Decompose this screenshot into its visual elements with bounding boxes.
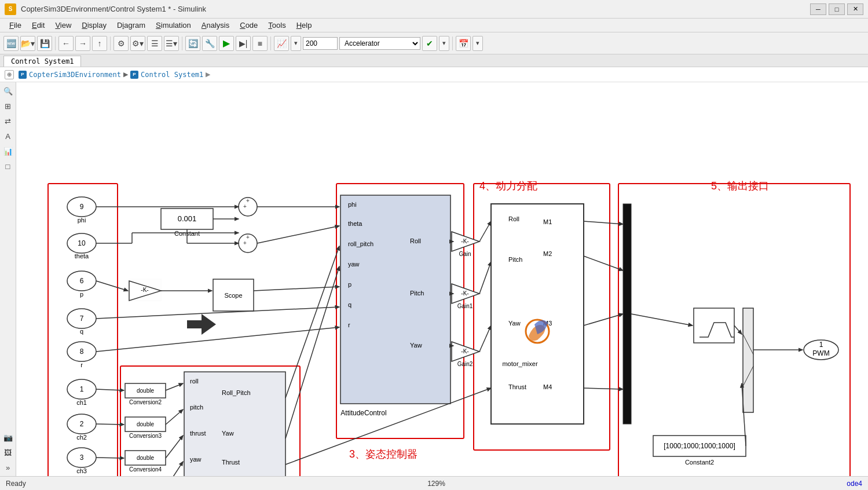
svg-text:-K-: -K-: [461, 348, 468, 354]
save-button[interactable]: 💾: [37, 36, 52, 51]
sim-mode-select[interactable]: Accelerator Normal Rapid Accelerator: [339, 37, 420, 50]
expand-btn[interactable]: »: [2, 461, 14, 474]
svg-text:3、姿态控制器: 3、姿态控制器: [349, 448, 417, 460]
menu-view[interactable]: View: [50, 20, 76, 31]
svg-line-157: [734, 326, 742, 334]
signal-btn[interactable]: 📈: [274, 36, 289, 51]
tab-control-system1[interactable]: Control System1: [3, 56, 81, 67]
debug-btn[interactable]: 🔧: [202, 36, 217, 51]
svg-line-167: [166, 436, 183, 458]
menu-tools[interactable]: Tools: [263, 20, 290, 31]
svg-rect-91: [491, 204, 584, 424]
calendar-dropdown[interactable]: ▾: [473, 36, 483, 51]
svg-text:M2: M2: [543, 250, 552, 257]
camera-btn[interactable]: 📷: [2, 431, 14, 444]
rect-btn[interactable]: □: [2, 160, 14, 173]
statusbar: Ready 129% ode4: [0, 476, 868, 490]
svg-text:-K-: -K-: [141, 287, 148, 293]
svg-line-156: [631, 314, 693, 326]
svg-text:+: +: [246, 234, 250, 240]
menu-diagram[interactable]: Diagram: [112, 20, 150, 31]
stop-btn[interactable]: ■: [252, 36, 268, 51]
svg-text:Conversion4: Conversion4: [129, 466, 162, 473]
annotation-btn[interactable]: A: [2, 130, 14, 142]
signal-dropdown[interactable]: ▾: [291, 36, 301, 51]
svg-line-150: [479, 326, 491, 352]
svg-text:6: 6: [80, 277, 84, 285]
svg-text:7: 7: [80, 315, 84, 323]
check-dropdown[interactable]: ▾: [439, 36, 449, 51]
menu-display[interactable]: Display: [77, 20, 111, 31]
minimize-button[interactable]: ─: [810, 3, 826, 15]
svg-text:yaw: yaw: [190, 456, 202, 463]
breadcrumb-root[interactable]: CopterSim3DEnvironment: [29, 71, 121, 79]
svg-line-140: [254, 287, 339, 291]
menu-code[interactable]: Code: [235, 20, 262, 31]
svg-line-160: [96, 389, 124, 390]
menubar: File Edit View Display Diagram Simulatio…: [0, 19, 868, 32]
up-button[interactable]: ↑: [92, 36, 107, 51]
simulink-canvas[interactable]: 1、输入接口 2、遥控信号处理 3、姿态控制器 4、动力分配 5、输出接口 9 …: [16, 82, 868, 476]
svg-text:pitch: pitch: [190, 404, 203, 411]
svg-text:Yaw: Yaw: [222, 430, 234, 437]
maximize-button[interactable]: □: [829, 3, 845, 15]
check-btn[interactable]: ✔: [422, 36, 437, 51]
svg-text:Gain2: Gain2: [457, 361, 473, 367]
sim-time-input[interactable]: [303, 37, 338, 50]
open-dropdown[interactable]: 📂▾: [20, 36, 35, 51]
breadcrumb-menu[interactable]: ⊕: [5, 70, 14, 79]
view-dropdown[interactable]: ☰▾: [164, 36, 179, 51]
close-button[interactable]: ✕: [847, 3, 863, 15]
menu-file[interactable]: File: [5, 20, 26, 31]
svg-text:Scope: Scope: [224, 292, 242, 299]
svg-text:Conversion2: Conversion2: [129, 399, 162, 405]
signal-viewer-btn[interactable]: 📊: [2, 145, 14, 158]
svg-text:motor_mixer: motor_mixer: [502, 360, 537, 367]
svg-rect-112: [694, 308, 734, 343]
svg-text:Yaw: Yaw: [410, 342, 422, 349]
svg-line-154: [584, 314, 623, 326]
svg-text:PWM: PWM: [812, 349, 829, 357]
toolbar: 🆕 📂▾ 💾 ← → ↑ ⚙ ⚙▾ ☰ ☰▾ 🔄 🔧 ▶ ▶| ■ 📈 ▾ Ac…: [0, 32, 868, 54]
settings-dropdown[interactable]: ⚙▾: [130, 36, 145, 51]
svg-text:8: 8: [80, 348, 84, 356]
sep1: [55, 36, 56, 50]
svg-text:5、输出接口: 5、输出接口: [711, 180, 769, 192]
svg-text:roll_pitch: roll_pitch: [348, 240, 373, 247]
sep5: [452, 36, 453, 50]
explorer-btn[interactable]: ⇄: [2, 115, 14, 127]
svg-line-155: [584, 388, 623, 389]
window-title: CopterSim3DEnvironment/Control System1 *…: [21, 5, 810, 13]
screenshot-btn[interactable]: 🖼: [2, 446, 14, 459]
sep3: [182, 36, 182, 50]
forward-button[interactable]: →: [75, 36, 90, 51]
svg-text:Roll: Roll: [410, 237, 421, 244]
svg-text:+: +: [243, 240, 247, 246]
menu-edit[interactable]: Edit: [27, 20, 49, 31]
menu-analysis[interactable]: Analysis: [197, 20, 234, 31]
svg-text:Roll: Roll: [508, 215, 519, 222]
svg-text:thrust: thrust: [190, 430, 206, 437]
step-btn[interactable]: ▶|: [236, 36, 251, 51]
svg-text:4、动力分配: 4、动力分配: [479, 180, 537, 192]
menu-simulation[interactable]: Simulation: [151, 20, 196, 31]
model-browser-btn[interactable]: ⊞: [2, 100, 14, 112]
svg-rect-111: [623, 204, 631, 424]
run-btn[interactable]: ▶: [219, 36, 234, 51]
svg-text:ch2: ch2: [76, 434, 87, 441]
calendar-btn[interactable]: 📅: [456, 36, 471, 51]
svg-text:ch1: ch1: [76, 399, 87, 406]
breadcrumb: ⊕ P CopterSim3DEnvironment ▶ P Control S…: [0, 67, 868, 82]
svg-text:q: q: [348, 301, 351, 308]
model-settings[interactable]: ⚙: [113, 36, 129, 51]
view-btn[interactable]: ☰: [147, 36, 162, 51]
new-button[interactable]: 🆕: [3, 36, 19, 51]
svg-text:+: +: [246, 198, 250, 204]
zoom-in-btn[interactable]: 🔍: [2, 85, 14, 97]
breadcrumb-current[interactable]: Control System1: [141, 71, 203, 79]
back-button[interactable]: ←: [58, 36, 74, 51]
refresh-btn[interactable]: 🔄: [185, 36, 200, 51]
svg-text:p: p: [348, 281, 351, 288]
svg-text:r: r: [80, 361, 83, 368]
menu-help[interactable]: Help: [292, 20, 317, 31]
